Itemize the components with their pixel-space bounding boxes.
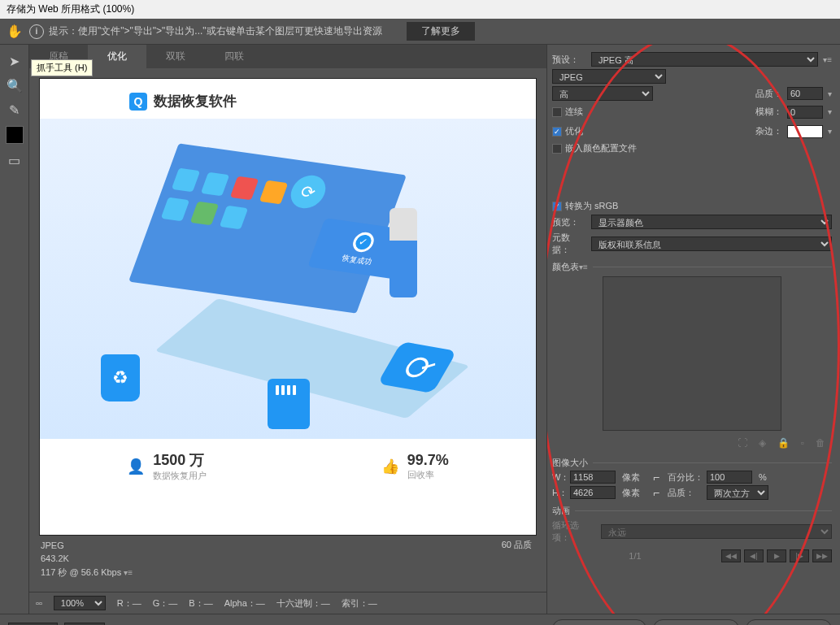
height-input[interactable] <box>570 486 616 499</box>
meta-menu-icon[interactable]: ▾≡ <box>124 568 133 577</box>
loop-label: 循环选项： <box>552 519 596 544</box>
user-icon: 👤 <box>127 458 145 475</box>
index-value: 索引：— <box>342 597 377 610</box>
quality-input[interactable] <box>787 87 823 100</box>
info-icon: i <box>29 24 44 39</box>
image-size-title: 图像大小 <box>552 457 832 469</box>
alpha-value: Alpha：— <box>224 597 265 610</box>
hex-value: 十六进制：— <box>276 597 330 610</box>
tab-2up[interactable]: 双联 <box>146 45 205 68</box>
window-title: 存储为 Web 所用格式 (100%) <box>0 0 840 19</box>
metadata-label: 元数据： <box>552 232 586 256</box>
notif-text: 恢复成功 <box>341 253 374 267</box>
optimize-checkbox[interactable]: ✓ <box>552 127 562 137</box>
hand-tool-icon[interactable]: ✋ <box>7 24 23 40</box>
reset-button[interactable]: 复位 <box>653 619 739 625</box>
thumbsup-icon: 👍 <box>381 458 399 475</box>
meta-quality: 60 品质 <box>502 539 532 551</box>
sdcard-icon <box>268 379 310 429</box>
preview-select[interactable]: 显示器颜色 <box>591 215 832 229</box>
progressive-checkbox[interactable] <box>552 107 562 117</box>
px-label-1: 像素 <box>622 471 650 484</box>
left-toolbar: ➤ 🔍 ✎ ▭ <box>0 45 29 614</box>
quality-preset-select[interactable]: 高 <box>552 86 653 101</box>
progressive-label: 连续 <box>565 106 583 118</box>
percent-unit: % <box>759 472 770 482</box>
matte-dropdown-icon[interactable]: ▾ <box>828 127 832 136</box>
preview-label: 预览： <box>552 216 586 228</box>
quality2-label: 品质： <box>668 487 703 499</box>
footer: 预览... 🌐▾ 存储... 复位 记住 <box>0 614 840 625</box>
meta-format: JPEG <box>41 539 535 553</box>
preset-select[interactable]: JPEG 高 <box>591 52 818 67</box>
blur-label: 模糊： <box>755 106 782 118</box>
meta-time: 117 秒 @ 56.6 Kbps <box>41 567 121 577</box>
preset-label: 预设： <box>552 54 586 66</box>
g-value: G：— <box>153 597 178 610</box>
preset-menu-icon[interactable]: ▾≡ <box>823 55 832 64</box>
first-frame-button[interactable]: ◀◀ <box>721 549 741 562</box>
metadata-select[interactable]: 版权和联系信息 <box>591 237 832 251</box>
view-tabs: 抓手工具 (H) 原稿 优化 双联 四联 <box>29 45 546 68</box>
last-frame-button[interactable]: ▶▶ <box>812 549 832 562</box>
w-label: W： <box>552 471 567 484</box>
color-table-title: 颜色表 ▾≡ <box>552 261 832 273</box>
eyedropper-tool[interactable]: ✎ <box>3 98 26 121</box>
prev-frame-button[interactable]: ◀| <box>744 549 764 562</box>
remember-button[interactable]: 记住 <box>746 619 832 625</box>
stat2-label: 回收率 <box>407 469 449 481</box>
next-frame-button[interactable]: |▶ <box>790 549 809 562</box>
embed-profile-label: 嵌入颜色配置文件 <box>565 142 637 154</box>
color-table <box>603 276 781 431</box>
settings-panel: 预设： JPEG 高 ▾≡ JPEG 高 品质： ▾ 连续 模糊： ▾ <box>546 45 840 614</box>
ct-lock-icon[interactable]: 🔒 <box>777 437 790 449</box>
format-select[interactable]: JPEG <box>552 69 666 84</box>
meta-size: 643.2K <box>41 552 535 566</box>
width-input[interactable] <box>570 471 616 484</box>
preview-meta: JPEG 643.2K 117 秒 @ 56.6 Kbps ▾≡ 60 品质 <box>39 536 537 583</box>
trash-icon: ♻ <box>101 354 140 401</box>
r-value: R：— <box>117 597 141 610</box>
loop-select: 永远 <box>601 524 832 539</box>
ct-new-icon[interactable]: ▫ <box>801 437 804 449</box>
browser-button[interactable]: 🌐▾ <box>64 623 105 626</box>
hint-bar: ✋ i 提示：使用"文件">"导出">"导出为..."或右键单击某个图层可更快速… <box>0 19 840 45</box>
zoom-select[interactable]: 100% <box>54 596 106 610</box>
link-icon[interactable]: ⌐ <box>653 471 664 484</box>
matte-label: 杂边： <box>755 125 782 137</box>
preview-button[interactable]: 预览... <box>8 623 58 626</box>
app-logo-text: 数据恢复软件 <box>154 92 237 111</box>
play-button[interactable]: ▶ <box>767 549 786 562</box>
tab-optimized[interactable]: 优化 <box>88 45 146 68</box>
tooltip: 抓手工具 (H) <box>31 59 93 76</box>
quality-label: 品质： <box>755 88 782 100</box>
learn-more-button[interactable]: 了解更多 <box>407 22 475 41</box>
foreground-color[interactable] <box>6 126 24 144</box>
percent-label: 百分比： <box>668 471 703 484</box>
save-button[interactable]: 存储... <box>552 619 646 625</box>
blur-dropdown-icon[interactable]: ▾ <box>828 107 832 116</box>
h-label: H： <box>552 487 567 499</box>
preview-canvas[interactable]: Q 数据恢复软件 ⟳ ✓ 恢复成功 <box>39 78 537 536</box>
nav-squares[interactable]: ▫▫ <box>36 598 42 608</box>
resample-select[interactable]: 两次立方 <box>707 485 768 500</box>
zoom-tool[interactable]: 🔍 <box>3 74 26 97</box>
pointer-tool[interactable]: ➤ <box>3 50 26 72</box>
color-table-menu-icon[interactable]: ▾≡ <box>579 263 588 271</box>
hint-text: 提示：使用"文件">"导出">"导出为..."或右键单击某个图层可更快速地导出资… <box>49 24 382 38</box>
optimize-label: 优化 <box>565 125 583 137</box>
link-icon-2[interactable]: ⌐ <box>653 486 664 499</box>
ct-expand-icon[interactable]: ⛶ <box>738 437 747 449</box>
embed-profile-checkbox[interactable] <box>552 144 562 154</box>
ct-cube-icon[interactable]: ◈ <box>759 437 766 449</box>
blur-input[interactable] <box>787 106 823 119</box>
stat2-number: 99.7% <box>407 452 449 469</box>
convert-srgb-checkbox[interactable]: ✓ <box>552 202 562 211</box>
quality-dropdown-icon[interactable]: ▾ <box>828 89 832 98</box>
animation-title: 动画 <box>552 505 832 517</box>
percent-input[interactable] <box>707 471 752 484</box>
matte-color-well[interactable] <box>787 125 823 138</box>
tab-4up[interactable]: 四联 <box>205 45 263 68</box>
slice-tool[interactable]: ▭ <box>3 149 26 171</box>
ct-trash-icon[interactable]: 🗑 <box>816 437 825 449</box>
